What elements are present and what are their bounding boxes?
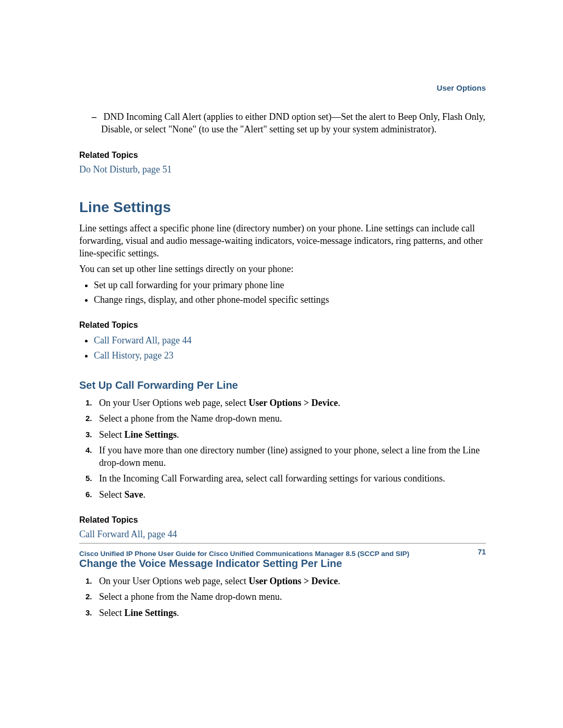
footer-title: Cisco Unified IP Phone User Guide for Ci… xyxy=(79,550,409,558)
link-call-forward-all[interactable]: Call Forward All, page 44 xyxy=(94,335,191,346)
link-call-history[interactable]: Call History, page 23 xyxy=(94,350,174,361)
dnd-subbullet: – DND Incoming Call Alert (applies to ei… xyxy=(101,110,486,136)
line-settings-p1: Line settings affect a specific phone li… xyxy=(79,222,486,260)
step-item: Select a phone from the Name drop-down m… xyxy=(99,412,486,425)
dnd-subbullet-text: DND Incoming Call Alert (applies to eith… xyxy=(101,112,485,134)
line-settings-bullets: Set up call forwarding for your primary … xyxy=(94,279,486,306)
dash-icon: – xyxy=(92,110,101,123)
page-header-section: User Options xyxy=(437,83,486,92)
step-item: Select a phone from the Name drop-down m… xyxy=(99,590,486,603)
link-call-forward-all[interactable]: Call Forward All, page 44 xyxy=(79,529,486,540)
related-topics-heading: Related Topics xyxy=(79,515,486,525)
step-item: Select Line Settings. xyxy=(99,428,486,441)
related-links-list: Call Forward All, page 44 Call History, … xyxy=(94,334,486,362)
step-item: On your User Options web page, select Us… xyxy=(99,575,486,587)
change-vmi-heading: Change the Voice Message Indicator Setti… xyxy=(79,558,486,570)
step-item: Select Line Settings. xyxy=(99,607,486,619)
related-topics-heading: Related Topics xyxy=(79,320,486,330)
step-item: In the Incoming Call Forwarding area, se… xyxy=(99,472,486,485)
list-item: Call History, page 23 xyxy=(94,349,486,362)
step-item: On your User Options web page, select Us… xyxy=(99,397,486,409)
step-item: If you have more than one directory numb… xyxy=(99,444,486,470)
change-vmi-steps: On your User Options web page, select Us… xyxy=(79,575,486,619)
footer-page-number: 71 xyxy=(478,548,486,556)
setup-cf-steps: On your User Options web page, select Us… xyxy=(79,397,486,501)
link-do-not-disturb[interactable]: Do Not Disturb, page 51 xyxy=(79,164,486,175)
setup-cf-heading: Set Up Call Forwarding Per Line xyxy=(79,379,486,391)
list-item: Change rings, display, and other phone-m… xyxy=(94,293,486,306)
line-settings-heading: Line Settings xyxy=(79,199,486,216)
step-item: Select Save. xyxy=(99,488,486,501)
page-footer: Cisco Unified IP Phone User Guide for Ci… xyxy=(79,543,486,559)
list-item: Call Forward All, page 44 xyxy=(94,334,486,347)
list-item: Set up call forwarding for your primary … xyxy=(94,279,486,291)
page-content: User Options – DND Incoming Call Alert (… xyxy=(79,83,486,622)
related-topics-heading: Related Topics xyxy=(79,151,486,160)
line-settings-p2: You can set up other line settings direc… xyxy=(79,263,486,275)
